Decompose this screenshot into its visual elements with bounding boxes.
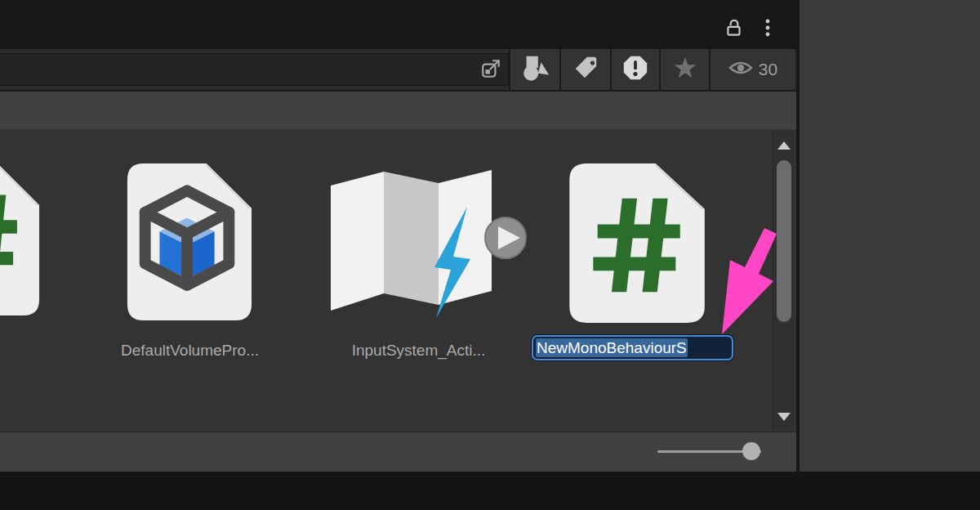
- favorites-button[interactable]: [659, 49, 709, 90]
- subheader-strip: [0, 92, 796, 129]
- asset-item-input-actions[interactable]: [328, 166, 529, 323]
- asset-item-new-script[interactable]: [566, 162, 706, 324]
- zoom-slider-knob[interactable]: [742, 442, 760, 460]
- rename-selected-text: NewMonoBehaviourS: [536, 338, 688, 357]
- asset-grid: DefaultVolumePro... InputSystem_Acti...: [0, 129, 796, 432]
- visible-count-button[interactable]: 30: [709, 49, 795, 90]
- expand-icon: [480, 58, 501, 83]
- window-footer: [0, 472, 980, 510]
- right-panel: [800, 0, 980, 472]
- asset-label: DefaultVolumePro...: [102, 342, 278, 360]
- filter-by-type-button[interactable]: [509, 49, 559, 90]
- search-input[interactable]: [7, 56, 464, 83]
- asset-item-volume-profile[interactable]: [124, 162, 253, 322]
- asset-item-script-partial[interactable]: [0, 159, 41, 317]
- input-actions-icon: [328, 166, 529, 323]
- volume-profile-icon: [124, 162, 253, 322]
- filter-by-label-button[interactable]: [559, 49, 610, 90]
- visible-count-value: 30: [759, 60, 777, 79]
- eye-icon: [728, 58, 754, 81]
- scrollbar-thumb[interactable]: [777, 160, 791, 322]
- window-header: [0, 0, 796, 49]
- asset-label: InputSystem_Acti...: [323, 342, 514, 360]
- kebab-menu-icon[interactable]: [759, 18, 777, 41]
- rename-input[interactable]: NewMonoBehaviourS: [532, 335, 733, 360]
- warnings-filter-button[interactable]: [610, 49, 659, 90]
- vertical-scrollbar[interactable]: [773, 131, 794, 430]
- tag-icon: [572, 54, 599, 85]
- csharp-script-icon: [566, 162, 706, 324]
- panel-divider[interactable]: [796, 0, 800, 472]
- shapes-icon: [519, 53, 550, 86]
- unity-project-window: 30: [0, 0, 980, 510]
- scroll-down-icon[interactable]: [777, 410, 791, 420]
- search-toolbar: 30: [0, 49, 796, 90]
- star-icon: [671, 54, 699, 85]
- unlock-icon[interactable]: [724, 17, 745, 42]
- octagon-exclamation-icon: [621, 54, 649, 85]
- status-bar: [0, 432, 796, 472]
- search-field[interactable]: [0, 53, 509, 86]
- open-search-in-window-button[interactable]: [479, 58, 503, 83]
- scroll-up-icon[interactable]: [777, 139, 791, 149]
